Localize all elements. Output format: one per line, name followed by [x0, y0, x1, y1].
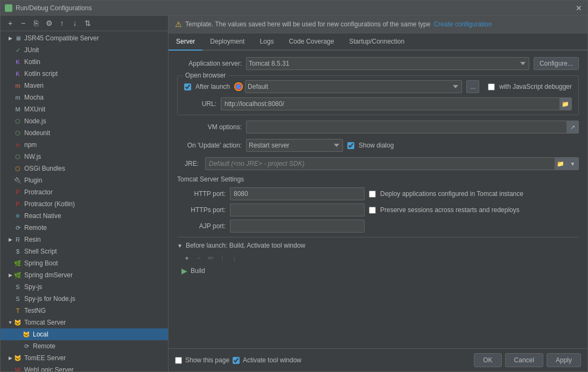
tab-deployment[interactable]: Deployment: [202, 33, 252, 51]
app-server-select[interactable]: Tomcat 8.5.31: [246, 57, 529, 70]
cancel-button[interactable]: Cancel: [505, 353, 543, 367]
jre-input[interactable]: [206, 160, 555, 167]
tree-item-junit[interactable]: ▶ ✓ JUnit: [1, 44, 168, 56]
settings-config-button[interactable]: ⚙: [44, 18, 54, 29]
vm-options-input-wrapper: ↗: [246, 121, 579, 134]
tree-item-plugin[interactable]: ▶ 🔌 Plugin: [1, 174, 168, 186]
tree-item-shell-script[interactable]: ▶ $ Shell Script: [1, 245, 168, 257]
arrow-resin: ▶: [7, 236, 13, 243]
before-launch-up-button[interactable]: ↑: [217, 252, 228, 263]
before-launch-title: Before launch: Build, Activate tool wind…: [186, 242, 305, 249]
jre-dropdown-button[interactable]: ▼: [566, 158, 578, 170]
label-spring-dm: Spring dmServer: [24, 271, 73, 279]
tree-item-mocha[interactable]: ▶ m Mocha: [1, 92, 168, 103]
https-port-input[interactable]: [230, 203, 365, 216]
icon-nwjs: ⬡: [13, 152, 22, 161]
ajp-port-input[interactable]: [230, 220, 365, 233]
icon-maven: m: [13, 81, 22, 90]
browser-select-wrapper: Default: [234, 80, 462, 93]
move-up-button[interactable]: ↑: [57, 18, 67, 29]
show-dialog-checkbox[interactable]: [347, 142, 354, 149]
open-browser-title: Open browser: [183, 72, 228, 79]
tree-item-jsr45[interactable]: ▶ 🖥 JSR45 Compatible Server: [1, 32, 168, 44]
build-label: Build: [191, 267, 205, 275]
tree-item-spy-js[interactable]: ▶ S Spy-js: [1, 281, 168, 293]
icon-shell-script: $: [13, 247, 22, 256]
url-input[interactable]: [221, 100, 559, 108]
warning-text: Template. The values saved here will be …: [185, 20, 430, 28]
tree-item-spring-dm[interactable]: ▶ 🌿 Spring dmServer: [1, 269, 168, 281]
tree-item-testng[interactable]: ▶ T TestNG: [1, 305, 168, 317]
ok-button[interactable]: OK: [474, 353, 501, 367]
tree-item-spy-js-nodejs[interactable]: ▶ S Spy-js for Node.js: [1, 293, 168, 305]
tree-item-resin[interactable]: ▶ R Resin: [1, 234, 168, 245]
show-this-page-checkbox[interactable]: [175, 357, 182, 364]
tree-item-tomcat-server[interactable]: ▼ 🐱 Tomcat Server: [1, 317, 168, 328]
preserve-sessions-checkbox[interactable]: [369, 207, 376, 214]
tab-code-coverage[interactable]: Code Coverage: [281, 33, 341, 51]
before-launch-collapse-arrow[interactable]: ▼: [177, 243, 183, 249]
tree-item-spring-boot[interactable]: ▶ 🌿 Spring Boot: [1, 257, 168, 269]
tree-item-npm[interactable]: ▶ n npm: [1, 139, 168, 151]
remove-config-button[interactable]: −: [18, 18, 29, 29]
tree-item-mxunit[interactable]: ▶ M MXUnit: [1, 103, 168, 115]
icon-spy-js: S: [13, 283, 22, 291]
vm-expand-button[interactable]: ↗: [566, 121, 578, 133]
copy-config-button[interactable]: ⎘: [31, 18, 41, 29]
jre-select-wrapper: 📁 ▼: [205, 157, 579, 170]
tree-item-nodejs[interactable]: ▶ ⬡ Node.js: [1, 115, 168, 127]
tree-item-protractor-kotlin[interactable]: ▶ P Protractor (Kotlin): [1, 198, 168, 210]
vm-options-input[interactable]: [247, 123, 566, 131]
tab-startup-connection[interactable]: Startup/Connection: [341, 33, 412, 51]
tree-item-nodeunit[interactable]: ▶ ⬡ Nodeunit: [1, 127, 168, 139]
browser-select[interactable]: Default: [245, 80, 462, 93]
configure-button[interactable]: Configure...: [534, 57, 579, 70]
after-launch-checkbox[interactable]: [184, 83, 191, 90]
tree-item-react-native[interactable]: ▶ ⚛ React Native: [1, 210, 168, 222]
create-config-link[interactable]: Create configuration: [433, 20, 492, 28]
before-launch-down-button[interactable]: ↓: [229, 252, 240, 263]
icon-mxunit: M: [13, 105, 22, 114]
add-config-button[interactable]: +: [5, 18, 16, 29]
activate-tool-window-checkbox[interactable]: [233, 357, 240, 364]
tree-item-weblogic-server[interactable]: ▶ W WebLogic Server: [1, 364, 168, 371]
label-spy-js-nodejs: Spy-js for Node.js: [24, 295, 75, 303]
open-browser-group: Open browser After launch Default ...: [177, 75, 579, 115]
jre-browse-button[interactable]: 📁: [555, 158, 566, 170]
browser-dotdotdot-button[interactable]: ...: [466, 80, 479, 93]
before-launch-remove-button[interactable]: −: [193, 252, 204, 263]
icon-protractor: P: [13, 188, 22, 196]
label-nwjs: NW.js: [24, 153, 41, 160]
panel-content: Application server: Tomcat 8.5.31 Config…: [169, 51, 587, 348]
arrow-spring-dm: ▶: [7, 272, 13, 278]
label-mocha: Mocha: [24, 94, 44, 101]
tab-server[interactable]: Server: [169, 33, 202, 51]
apply-button[interactable]: Apply: [547, 353, 581, 367]
url-browse-button[interactable]: 📁: [559, 98, 571, 110]
tree-item-tomcat-remote[interactable]: ▶ ⟳ Remote: [1, 340, 168, 352]
tree-item-tomee-server[interactable]: ▶ 🐱 TomEE Server: [1, 352, 168, 364]
tomcat-settings-title: Tomcat Server Settings: [177, 176, 579, 183]
config-tree: ▶ 🖥 JSR45 Compatible Server ▶ ✓ JUnit ▶ …: [1, 31, 168, 371]
tree-item-remote[interactable]: ▶ ⟳ Remote: [1, 222, 168, 234]
tree-item-kotlin[interactable]: ▶ K Kotlin: [1, 56, 168, 68]
close-button[interactable]: ✕: [575, 4, 583, 12]
tree-item-protractor[interactable]: ▶ P Protractor: [1, 186, 168, 198]
tree-item-osgi[interactable]: ▶ ⬡ OSGi Bundles: [1, 163, 168, 174]
build-item: ▶ Build: [177, 265, 579, 276]
tree-item-kotlin-script[interactable]: ▶ K Kotlin script: [1, 68, 168, 80]
on-update-select[interactable]: Restart server: [246, 139, 343, 152]
tree-item-nwjs[interactable]: ▶ ⬡ NW.js: [1, 151, 168, 163]
tab-logs[interactable]: Logs: [252, 33, 281, 51]
tree-item-maven[interactable]: ▶ m Maven: [1, 80, 168, 92]
right-panel: ⚠ Template. The values saved here will b…: [169, 16, 587, 371]
js-debugger-checkbox[interactable]: [488, 83, 495, 90]
deploy-apps-checkbox[interactable]: [369, 191, 376, 198]
tree-item-tomcat-local[interactable]: ▶ 🐱 Local: [1, 328, 168, 340]
before-launch-edit-button[interactable]: ✏: [205, 252, 216, 263]
move-down-button[interactable]: ↓: [69, 18, 80, 29]
sort-button[interactable]: ⇅: [82, 18, 93, 29]
before-launch-add-button[interactable]: +: [181, 252, 192, 263]
label-tomcat-local: Local: [33, 331, 48, 338]
http-port-input[interactable]: [230, 187, 365, 200]
